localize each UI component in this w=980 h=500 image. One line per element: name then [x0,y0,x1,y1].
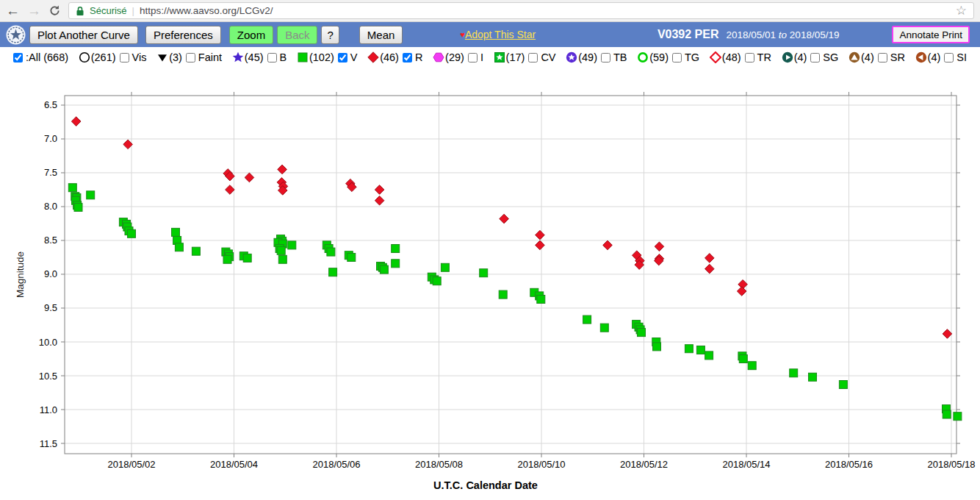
v-observation-point[interactable] [537,296,545,304]
v-observation-point[interactable] [278,255,287,263]
annotate-print-button[interactable]: Annotate Print [892,26,970,43]
r-observation-point[interactable] [375,196,384,205]
filter-tg-checkbox[interactable] [672,53,682,63]
v-observation-point[interactable] [433,277,441,285]
bookmark-star-icon[interactable]: ☆ [956,4,967,17]
filter-tb[interactable]: (49)TB [566,51,627,63]
v-observation-point[interactable] [68,184,76,192]
date-range: 2018/05/01 to 2018/05/19 [726,29,839,40]
mean-button[interactable]: Mean [359,26,403,44]
r-observation-point[interactable] [71,117,81,126]
filter-tb-checkbox[interactable] [601,53,610,63]
v-observation-point[interactable] [392,245,400,253]
v-observation-point[interactable] [954,413,962,421]
filter-b-checkbox[interactable] [267,53,277,63]
filter-tg[interactable]: (59)TG [637,51,699,63]
v-observation-point[interactable] [600,324,608,332]
filter-i[interactable]: (29)I [433,51,483,63]
filter-b[interactable]: (45)B [232,51,287,63]
v-observation-point[interactable] [128,229,136,238]
back-arrow-icon[interactable]: ← [6,4,20,18]
filter-i-checkbox[interactable] [468,53,478,63]
v-observation-point[interactable] [638,329,646,337]
v-observation-point[interactable] [277,246,285,254]
r-observation-point[interactable] [226,185,235,195]
zoom-button[interactable]: Zoom [229,26,273,44]
v-observation-point[interactable] [223,255,231,263]
square-green-icon [297,51,309,63]
filter-r[interactable]: (46)R [367,51,422,63]
r-observation-point[interactable] [603,240,613,250]
v-observation-point[interactable] [583,315,591,324]
r-observation-point[interactable] [705,254,715,263]
v-observation-point[interactable] [739,355,747,363]
filter-band-label: TG [685,51,699,63]
v-observation-point[interactable] [790,369,798,377]
url-text[interactable]: https://www.aavso.org/LCGv2/ [140,5,951,16]
url-field[interactable]: Sécurisé | https://www.aavso.org/LCGv2/ … [68,2,974,19]
v-observation-point[interactable] [192,247,200,255]
filter-si-checkbox[interactable] [944,53,954,63]
filter-v-checkbox[interactable] [338,53,347,63]
v-observation-point[interactable] [175,243,183,251]
filter-all-668-checkbox[interactable] [13,53,23,63]
filter-sg-checkbox[interactable] [810,53,820,63]
filter-faint[interactable]: (3)Faint [156,51,222,63]
filter-cv-checkbox[interactable] [528,53,538,63]
v-observation-point[interactable] [653,343,661,351]
filter-faint-checkbox[interactable] [186,53,195,63]
v-observation-point[interactable] [696,346,705,354]
v-observation-point[interactable] [392,260,400,268]
v-observation-point[interactable] [288,241,296,249]
filter-vis[interactable]: (261)Vis [79,51,147,63]
aavso-logo-icon[interactable] [6,25,26,45]
filter-cv[interactable]: (17)CV [494,51,556,63]
v-observation-point[interactable] [329,268,337,276]
r-observation-point[interactable] [375,185,384,195]
reload-icon[interactable] [48,4,61,17]
r-observation-point[interactable] [655,242,664,251]
v-observation-point[interactable] [172,228,180,236]
v-observation-point[interactable] [705,351,713,360]
filter-sr-checkbox[interactable] [878,53,887,63]
preferences-button[interactable]: Preferences [145,26,221,44]
r-observation-point[interactable] [245,173,254,182]
r-observation-point[interactable] [943,329,952,339]
v-observation-point[interactable] [347,254,356,262]
v-observation-point[interactable] [499,290,507,299]
filter-vis-checkbox[interactable] [120,53,129,63]
filter-v[interactable]: (102)V [297,51,358,63]
filter-si[interactable]: (4)SI [915,51,967,63]
v-observation-point[interactable] [74,203,82,211]
r-observation-point[interactable] [536,240,545,250]
r-observation-point[interactable] [737,287,746,296]
r-observation-point[interactable] [500,214,509,224]
v-observation-point[interactable] [748,362,756,370]
plot-another-curve-button[interactable]: Plot Another Curve [29,26,138,44]
v-observation-point[interactable] [380,265,388,274]
v-observation-point[interactable] [87,191,95,199]
filter-sg[interactable]: (4)SG [782,51,839,63]
adopt-this-star-link[interactable]: Adopt This Star [465,29,536,40]
help-button[interactable]: ? [321,26,339,44]
filter-r-checkbox[interactable] [403,53,412,63]
filter-tr-checkbox[interactable] [745,53,754,63]
v-observation-point[interactable] [327,248,335,256]
v-observation-point[interactable] [943,410,951,418]
r-observation-point[interactable] [536,230,545,240]
r-observation-point[interactable] [123,140,133,149]
v-observation-point[interactable] [441,263,449,271]
filter-sr[interactable]: (4)SR [849,51,905,63]
back-button[interactable]: Back [277,26,317,44]
security-label[interactable]: Sécurisé [90,5,127,16]
forward-arrow-icon[interactable]: → [27,4,41,18]
filter-all-668[interactable]: :All (668) [13,51,68,63]
v-observation-point[interactable] [243,254,251,262]
v-observation-point[interactable] [480,269,488,277]
secure-lock-icon[interactable] [76,6,84,16]
r-observation-point[interactable] [705,264,715,274]
filter-tr[interactable]: (48)TR [710,51,771,63]
v-observation-point[interactable] [685,345,693,353]
v-observation-point[interactable] [839,381,847,389]
v-observation-point[interactable] [809,373,817,381]
